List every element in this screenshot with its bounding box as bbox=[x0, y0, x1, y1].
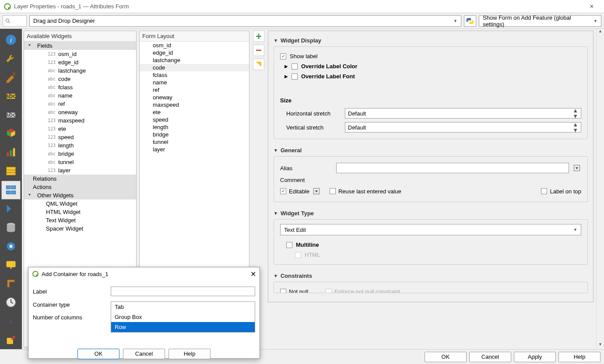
sidebar-item-actions[interactable] bbox=[1, 237, 21, 256]
layout-item[interactable]: maxspeed bbox=[140, 101, 249, 108]
group-actions[interactable]: Actions bbox=[24, 183, 136, 191]
close-icon[interactable]: ✕ bbox=[250, 270, 256, 278]
ok-button[interactable]: OK bbox=[425, 352, 467, 362]
layout-item[interactable]: ref bbox=[140, 86, 249, 94]
group-fields[interactable]: Fields bbox=[24, 42, 136, 50]
show-form-dropdown[interactable]: Show Form on Add Feature (global setting… bbox=[479, 15, 601, 27]
field-item[interactable]: 123edge_id bbox=[24, 58, 136, 66]
override-font-checkbox[interactable] bbox=[291, 74, 298, 80]
alias-input[interactable] bbox=[336, 163, 569, 173]
reuse-checkbox[interactable] bbox=[330, 188, 336, 194]
spinner-buttons[interactable]: ▲▼ bbox=[572, 108, 578, 119]
help-button[interactable]: Help bbox=[558, 352, 600, 362]
python-button[interactable] bbox=[464, 15, 476, 27]
designer-dropdown[interactable]: Drag and Drop Designer ▼ bbox=[29, 15, 461, 27]
section-widget-display[interactable]: ▼Widget Display bbox=[274, 35, 588, 46]
layout-item[interactable]: layer bbox=[140, 146, 249, 153]
layout-item[interactable]: tunnel bbox=[140, 138, 249, 146]
dialog-help-button[interactable]: Help bbox=[169, 349, 211, 359]
field-item[interactable]: 123osm_id bbox=[24, 50, 136, 58]
layout-item[interactable]: name bbox=[140, 79, 249, 86]
data-defined-icon[interactable] bbox=[312, 187, 321, 196]
layout-item[interactable]: length bbox=[140, 123, 249, 131]
section-general[interactable]: ▼General bbox=[274, 144, 588, 156]
dialog-label-input[interactable] bbox=[111, 287, 255, 296]
sidebar-item-joins[interactable] bbox=[1, 200, 21, 218]
sidebar-item-metadata[interactable] bbox=[1, 330, 21, 349]
field-item[interactable]: 123layer bbox=[24, 166, 136, 175]
override-color-checkbox[interactable] bbox=[291, 63, 298, 70]
widget-type-combo[interactable]: Text Edit▼ bbox=[280, 224, 581, 235]
field-item[interactable]: abccode bbox=[24, 75, 136, 83]
field-item[interactable]: abcbridge bbox=[24, 150, 136, 158]
sidebar-item-masks[interactable]: abc bbox=[1, 105, 21, 124]
close-icon[interactable]: × bbox=[583, 3, 600, 10]
layout-item[interactable]: code bbox=[140, 64, 249, 71]
layout-item[interactable]: bridge bbox=[140, 131, 249, 138]
cancel-button[interactable]: Cancel bbox=[469, 352, 511, 362]
sidebar-item-variables[interactable]: ε bbox=[1, 312, 21, 330]
sidebar-item-display[interactable] bbox=[1, 256, 21, 274]
sidebar-item-diagrams[interactable] bbox=[1, 143, 21, 162]
not-null-checkbox[interactable] bbox=[280, 289, 286, 294]
sidebar-item-information[interactable]: i bbox=[1, 31, 21, 49]
field-item[interactable]: 123length bbox=[24, 141, 136, 150]
label-on-top-checkbox[interactable] bbox=[541, 188, 547, 194]
dialog-ok-button[interactable]: OK bbox=[77, 349, 119, 359]
sidebar-item-labels[interactable]: abc bbox=[1, 87, 21, 105]
scrollbar[interactable]: ▲ ▼ bbox=[596, 29, 604, 349]
other-widget-item[interactable]: Text Widget bbox=[24, 216, 136, 224]
sidebar-item-temporal[interactable] bbox=[1, 293, 21, 312]
sidebar-item-3d[interactable] bbox=[1, 124, 21, 143]
other-widget-item[interactable]: QML Widget bbox=[24, 200, 136, 208]
other-widget-item[interactable]: HTML Widget bbox=[24, 208, 136, 216]
sidebar-item-rendering[interactable] bbox=[1, 274, 21, 293]
chevron-right-icon[interactable]: ▶ bbox=[284, 64, 288, 69]
editable-checkbox[interactable] bbox=[280, 188, 286, 194]
chevron-right-icon[interactable]: ▶ bbox=[284, 74, 288, 79]
field-item[interactable]: abcref bbox=[24, 100, 136, 108]
multiline-checkbox[interactable] bbox=[286, 242, 292, 248]
apply-button[interactable]: Apply bbox=[514, 352, 556, 362]
search-input[interactable] bbox=[3, 15, 27, 27]
field-item[interactable]: abcname bbox=[24, 91, 136, 100]
vstretch-spinner[interactable]: Default▲▼ bbox=[345, 122, 581, 133]
combo-option[interactable]: Tab bbox=[111, 302, 255, 312]
field-item[interactable]: 123speed bbox=[24, 133, 136, 141]
combo-option[interactable]: Row bbox=[111, 322, 255, 332]
spinner-buttons[interactable]: ▲▼ bbox=[572, 122, 578, 133]
hstretch-spinner[interactable]: Default▲▼ bbox=[345, 108, 581, 119]
sidebar-item-fields[interactable] bbox=[1, 162, 21, 181]
dialog-container-type-combo[interactable]: TabGroup BoxRow bbox=[111, 301, 255, 332]
other-widget-item[interactable]: Spacer Widget bbox=[24, 224, 136, 233]
field-item[interactable]: abclastchange bbox=[24, 66, 136, 75]
section-constraints[interactable]: ▼Constraints bbox=[274, 270, 588, 282]
scroll-down-icon[interactable]: ▼ bbox=[597, 342, 604, 349]
data-defined-icon[interactable] bbox=[572, 164, 581, 172]
sidebar-item-source[interactable] bbox=[1, 49, 21, 68]
layout-item[interactable]: fclass bbox=[140, 71, 249, 79]
group-relations[interactable]: Relations bbox=[24, 175, 136, 183]
remove-button[interactable] bbox=[253, 45, 264, 56]
add-button[interactable] bbox=[253, 31, 264, 42]
sidebar-item-symbology[interactable] bbox=[1, 68, 21, 87]
field-item[interactable]: abconeway bbox=[24, 108, 136, 116]
layout-item[interactable]: edge_id bbox=[140, 49, 249, 56]
layout-item[interactable]: speed bbox=[140, 116, 249, 123]
field-item[interactable]: 123ete bbox=[24, 125, 136, 133]
layout-item[interactable]: oneway bbox=[140, 94, 249, 101]
invert-button[interactable] bbox=[253, 59, 264, 70]
group-other-widgets[interactable]: Other Widgets bbox=[24, 191, 136, 200]
field-item[interactable]: abcfclass bbox=[24, 83, 136, 91]
sidebar-item-storage[interactable] bbox=[1, 218, 21, 237]
combo-option[interactable]: Group Box bbox=[111, 312, 255, 322]
layout-item[interactable]: osm_id bbox=[140, 42, 249, 49]
dialog-cancel-button[interactable]: Cancel bbox=[123, 349, 165, 359]
layout-item[interactable]: lastchange bbox=[140, 56, 249, 64]
layout-item[interactable]: ete bbox=[140, 108, 249, 116]
sidebar-item-attributes-form[interactable] bbox=[1, 181, 21, 200]
field-item[interactable]: 123maxspeed bbox=[24, 116, 136, 125]
scroll-up-icon[interactable]: ▲ bbox=[597, 29, 604, 36]
show-label-checkbox[interactable] bbox=[280, 53, 286, 60]
section-widget-type[interactable]: ▼Widget Type bbox=[274, 207, 588, 219]
